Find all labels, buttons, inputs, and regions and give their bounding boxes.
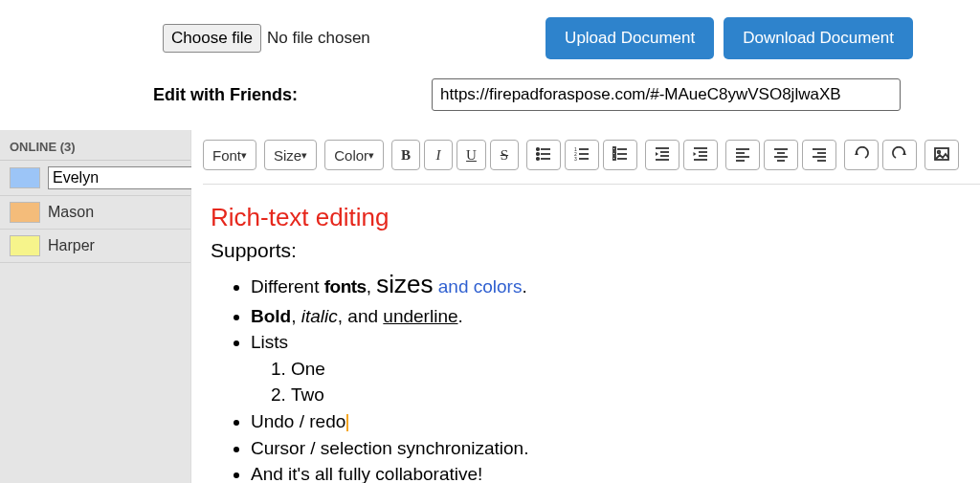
svg-point-2 — [537, 152, 539, 154]
online-header: ONLINE (3) — [0, 136, 190, 161]
indent-icon — [693, 146, 708, 165]
undo-icon — [854, 146, 869, 165]
list-group: 123 — [526, 140, 637, 170]
list-item: Two — [291, 382, 980, 408]
svg-rect-16 — [612, 157, 615, 160]
user-color-swatch — [10, 235, 40, 256]
undo-button[interactable] — [844, 140, 879, 170]
user-color-swatch — [10, 202, 40, 223]
sizes-word: sizes — [376, 270, 433, 298]
svg-marker-40 — [855, 151, 858, 155]
checklist-icon — [612, 146, 628, 165]
list-item: Undo / redo — [251, 408, 980, 435]
svg-text:3: 3 — [574, 156, 577, 162]
svg-rect-12 — [612, 147, 615, 150]
file-status-text: No file chosen — [267, 29, 370, 48]
italic-word: italic — [301, 306, 338, 326]
user-name: Harper — [48, 237, 95, 254]
user-row — [0, 161, 190, 196]
ordered-list-button[interactable]: 123 — [565, 140, 599, 170]
image-icon — [934, 146, 949, 165]
share-url-input[interactable] — [432, 78, 901, 111]
file-chooser: Choose file No file chosen — [163, 24, 370, 53]
document-content[interactable]: Rich-text editing Supports: Different fo… — [203, 185, 980, 483]
text-style-group: B I U S — [391, 140, 519, 170]
strikethrough-button[interactable]: S — [490, 140, 519, 170]
align-group — [725, 140, 836, 170]
underline-word: underline — [383, 306, 457, 326]
svg-point-4 — [537, 157, 539, 159]
list-item: Lists One Two — [251, 329, 980, 408]
editor-toolbar: Font Size Color B I U S 123 — [203, 130, 980, 185]
svg-rect-14 — [612, 152, 615, 155]
font-dropdown[interactable]: Font — [203, 140, 256, 170]
insert-image-button[interactable] — [924, 140, 959, 170]
share-row: Edit with Friends: — [0, 59, 980, 111]
svg-marker-24 — [693, 152, 696, 156]
download-document-button[interactable]: Download Document — [724, 17, 913, 59]
outdent-button[interactable] — [645, 140, 679, 170]
align-center-icon — [773, 146, 789, 165]
main-area: ONLINE (3) Mason Harper Font Size Color … — [0, 130, 980, 483]
user-color-swatch — [10, 167, 40, 188]
align-left-icon — [735, 146, 750, 165]
align-right-button[interactable] — [802, 140, 836, 170]
fonts-word: fonts — [324, 276, 367, 296]
nested-ordered-list: One Two — [291, 356, 980, 408]
user-row: Harper — [0, 230, 190, 263]
bold-word: Bold — [251, 306, 291, 326]
upload-document-button[interactable]: Upload Document — [546, 17, 714, 59]
colors-word: and colors — [438, 276, 523, 296]
numbered-list-icon: 123 — [574, 146, 590, 165]
redo-button[interactable] — [882, 140, 917, 170]
redo-icon — [892, 146, 907, 165]
online-count: 3 — [64, 140, 71, 154]
align-left-button[interactable] — [725, 140, 760, 170]
file-controls-row: Choose file No file chosen Upload Docume… — [0, 0, 980, 59]
document-actions: Upload Document Download Document — [536, 17, 913, 59]
underline-button[interactable]: U — [457, 140, 486, 170]
online-label: ONLINE — [10, 140, 56, 154]
user-name: Mason — [48, 204, 94, 221]
color-dropdown[interactable]: Color — [324, 140, 384, 170]
supports-text: Supports: — [211, 236, 980, 265]
svg-point-0 — [537, 147, 539, 149]
list-item: Bold, italic, and underline. — [251, 303, 980, 330]
document-title: Rich-text editing — [211, 200, 980, 236]
user-row: Mason — [0, 196, 190, 230]
presence-sidebar: ONLINE (3) Mason Harper — [0, 130, 191, 483]
svg-marker-19 — [656, 152, 658, 156]
checklist-button[interactable] — [603, 140, 637, 170]
list-item: Cursor / selection synchronization. — [251, 435, 980, 462]
italic-button[interactable]: I — [424, 140, 453, 170]
unordered-list-button[interactable] — [526, 140, 561, 170]
align-center-button[interactable] — [764, 140, 798, 170]
share-label: Edit with Friends: — [153, 85, 298, 105]
choose-file-button[interactable]: Choose file — [163, 24, 261, 53]
history-group — [844, 140, 917, 170]
svg-point-43 — [938, 150, 941, 153]
bullet-list-icon — [536, 146, 551, 165]
list-item: And it's all fully collaborative! — [251, 461, 980, 483]
indent-group — [645, 140, 718, 170]
list-item: Different fonts, sizes and colors. — [251, 267, 980, 303]
feature-list: Different fonts, sizes and colors. Bold,… — [251, 267, 980, 483]
size-dropdown[interactable]: Size — [264, 140, 317, 170]
indent-button[interactable] — [683, 140, 718, 170]
remote-cursor — [346, 414, 348, 431]
align-right-icon — [812, 146, 827, 165]
editor-area: Font Size Color B I U S 123 — [191, 130, 980, 483]
outdent-icon — [655, 146, 670, 165]
svg-marker-41 — [902, 151, 906, 155]
list-item: One — [291, 356, 980, 383]
bold-button[interactable]: B — [391, 140, 420, 170]
